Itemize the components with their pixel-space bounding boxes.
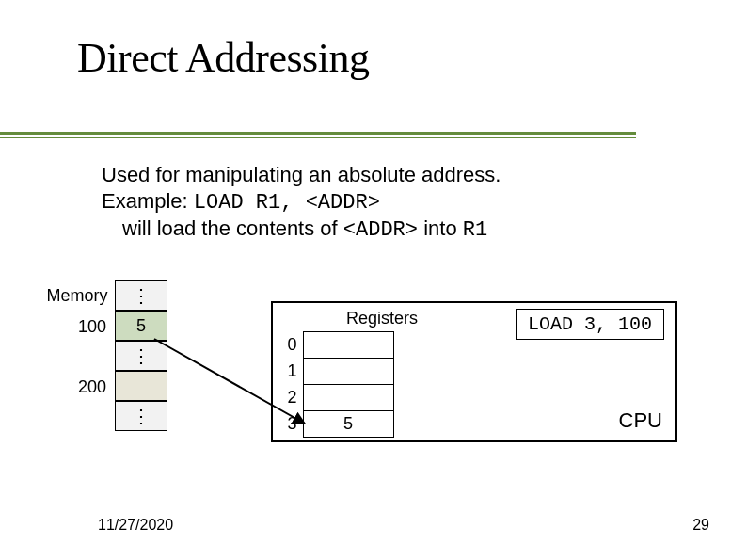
title-rule <box>0 132 636 138</box>
memory-column: Memory ⋮ 100 5 ⋮ 200 ⋮ <box>40 280 167 431</box>
memory-addr-200: 200 <box>40 371 115 401</box>
body-line-3-prefix: will load the contents of <box>122 216 343 240</box>
registers-table: 0 1 2 35 <box>282 331 394 438</box>
body-line-3: will load the contents of <ADDR> into R1 <box>122 216 704 244</box>
body-line-2-prefix: Example: <box>102 189 194 213</box>
reg-cell <box>303 385 393 411</box>
body-line-3-code2: R1 <box>463 218 487 242</box>
memory-addr-100: 100 <box>40 311 115 341</box>
reg-idx: 2 <box>282 385 303 411</box>
instruction-box: LOAD 3, 100 <box>516 309 664 340</box>
body-line-3-code1: <ADDR> <box>343 218 418 242</box>
rule-thick <box>0 132 636 135</box>
memory-cell-100: 5 <box>115 311 167 341</box>
reg-cell <box>303 359 393 385</box>
footer-date: 11/27/2020 <box>98 517 173 534</box>
memory-cell: ⋮ <box>115 401 167 431</box>
memory-cell-200 <box>115 371 167 401</box>
memory-cell: ⋮ <box>115 280 167 311</box>
body-line-2: Example: LOAD R1, <ADDR> <box>102 188 704 216</box>
cpu-label: CPU <box>619 408 662 433</box>
rule-thin <box>0 137 636 138</box>
body-line-2-code: LOAD R1, <ADDR> <box>194 191 380 215</box>
reg-idx: 1 <box>282 359 303 385</box>
memory-addr-blank <box>40 401 115 431</box>
footer-page-number: 29 <box>692 517 709 534</box>
reg-idx: 0 <box>282 332 303 359</box>
memory-addr-blank <box>40 341 115 371</box>
memory-cell: ⋮ <box>115 341 167 371</box>
memory-header: Memory <box>40 280 115 311</box>
body-line-3-mid: into <box>418 216 463 240</box>
cpu-box: Registers LOAD 3, 100 0 1 2 35 CPU <box>271 301 677 442</box>
registers-title: Registers <box>346 309 418 328</box>
slide: Direct Addressing Used for manipulating … <box>0 0 747 560</box>
slide-body: Used for manipulating an absolute addres… <box>102 162 704 244</box>
body-line-1: Used for manipulating an absolute addres… <box>102 162 704 188</box>
reg-idx: 3 <box>282 411 303 438</box>
reg-cell: 5 <box>303 411 393 438</box>
slide-title: Direct Addressing <box>77 34 707 82</box>
reg-cell <box>303 332 393 359</box>
